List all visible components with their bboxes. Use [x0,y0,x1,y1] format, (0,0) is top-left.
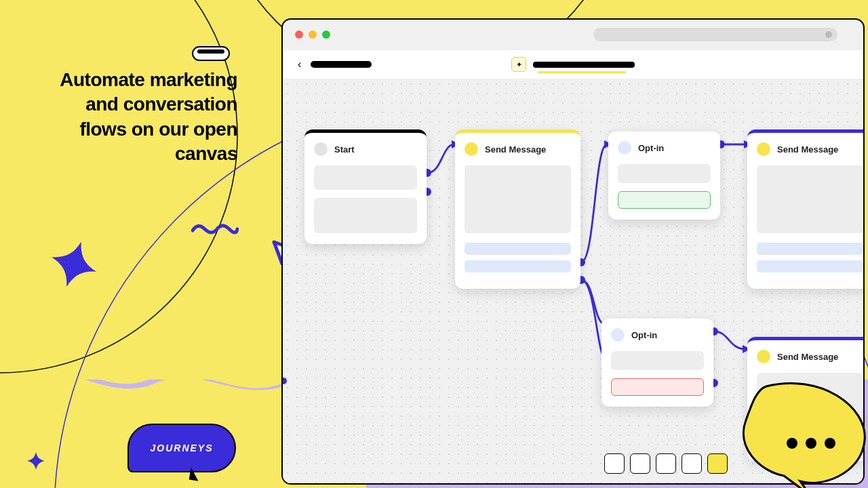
url-bar[interactable] [593,28,837,41]
pill-decoration [192,46,230,61]
node-start-title: Start [334,144,355,155]
option-row [757,243,863,255]
color-palette [604,453,728,474]
flow-title-placeholder [533,62,635,68]
chat-bubble-icon [739,380,868,488]
back-icon[interactable]: ‹ [298,58,301,70]
palette-swatch[interactable] [604,453,625,474]
traffic-lights [295,30,330,39]
close-icon[interactable] [295,30,303,39]
node-title: Send Message [485,144,546,155]
svg-point-18 [806,438,816,449]
small-sparkle-icon [26,451,46,471]
node-bullet-icon [611,328,625,342]
node-title: Send Message [777,144,838,155]
node-bullet-icon [465,142,478,156]
journeys-badge: JOURNEYS [127,424,236,472]
node-send-message-1[interactable]: Send Message [455,129,580,289]
node-optin-2[interactable]: Opt-in [601,317,713,407]
node-title: Opt-in [631,330,657,340]
toolbar-title-placeholder [311,61,372,68]
node-start-bullet-icon [314,142,328,156]
sparkle-icon [49,239,99,289]
svg-point-17 [787,438,797,449]
minimize-icon[interactable] [309,30,317,39]
palette-swatch[interactable] [630,453,650,474]
flow-title[interactable]: ✦ [511,57,635,72]
option-row [465,260,571,272]
placeholder-field [757,165,863,233]
headline-text: Automate marketing and conversation flow… [41,68,237,167]
option-row [757,260,863,272]
svg-point-19 [825,438,835,449]
placeholder-field [314,165,417,190]
node-bullet-icon [757,350,770,363]
node-bullet-icon [757,142,770,156]
placeholder-field [314,198,417,233]
canvas-external-anchor [281,378,287,384]
promo-stage: Automate marketing and conversation flow… [0,0,868,488]
node-bullet-icon [618,141,631,155]
palette-swatch-active[interactable] [707,453,728,474]
node-start[interactable]: Start [304,129,427,244]
flow-icon: ✦ [511,57,526,72]
palette-swatch[interactable] [656,453,676,474]
option-row [465,243,571,255]
node-title: Send Message [777,352,838,362]
node-optin-1[interactable]: Opt-in [608,129,720,220]
app-toolbar: ‹ ✦ [283,49,863,79]
flow-title-underline [538,71,626,73]
squiggle-icon [191,222,239,235]
journeys-badge-label: JOURNEYS [150,443,213,453]
placeholder-field [618,164,711,183]
palette-swatch[interactable] [682,453,702,474]
placeholder-field [465,165,571,233]
window-titlebar [283,20,863,49]
optin-success-row [618,191,711,209]
optin-fail-row [611,378,704,396]
maximize-icon[interactable] [322,30,330,39]
node-send-message-2[interactable]: Send Message [747,129,865,289]
placeholder-field [611,351,704,370]
node-title: Opt-in [638,143,664,153]
